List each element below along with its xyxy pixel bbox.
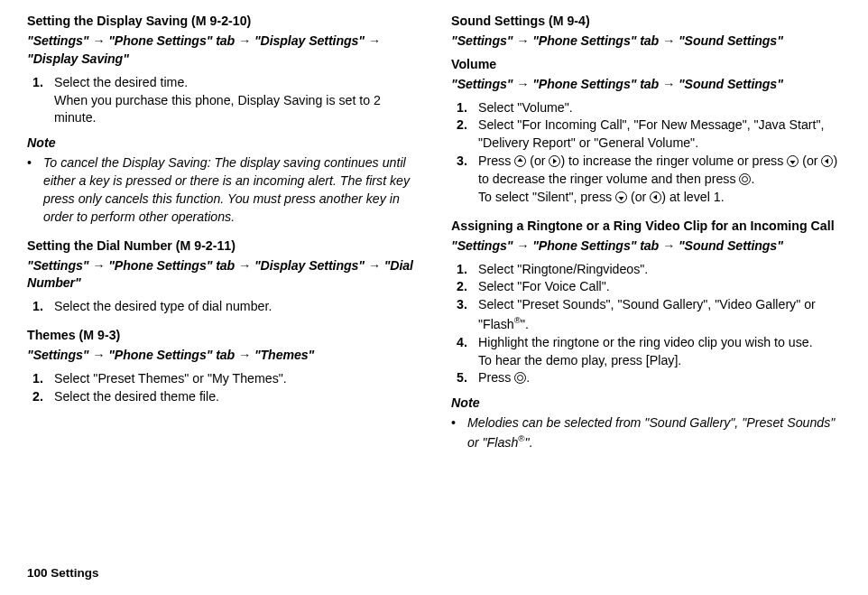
path-volume: "Settings" → "Phone Settings" tab → "Sou…: [451, 76, 841, 94]
heading-display-saving: Setting the Display Saving (M 9-2-10): [27, 13, 417, 31]
step-row: 1. Select "Ringtone/Ringvideos".: [451, 261, 841, 279]
step-number: 3.: [457, 296, 478, 333]
step-text: Highlight the ringtone or the ring video…: [478, 334, 841, 352]
step-number: 1.: [32, 298, 54, 316]
svg-point-5: [743, 177, 748, 182]
left-arrow-icon: [821, 155, 833, 167]
section-dial-number: Setting the Dial Number (M 9-2-11) "Sett…: [27, 237, 417, 317]
step-row: 1. Select "Preset Themes" or "My Themes"…: [27, 370, 417, 388]
bullet-icon: •: [451, 414, 467, 451]
center-button-icon: [739, 173, 751, 185]
step-row: 1. Select "Volume".: [451, 99, 841, 117]
t: To select "Silent", press: [478, 190, 615, 204]
step-body: Select the desired theme file.: [54, 388, 417, 406]
heading-dial-number: Setting the Dial Number (M 9-2-11): [27, 237, 417, 256]
page-footer: 100 Settings: [27, 565, 99, 582]
step-body: Select the desired time. When you purcha…: [54, 74, 417, 128]
t: ) to increase the ringer volume or press: [560, 153, 787, 168]
subheading-volume: Volume: [451, 56, 841, 74]
step-number: 1.: [457, 99, 478, 117]
registered-icon: ®: [514, 315, 521, 325]
left-column: Setting the Display Saving (M 9-2-10) "S…: [27, 13, 417, 463]
heading-code: (M 9-4): [545, 14, 590, 28]
path-display-saving: "Settings" → "Phone Settings" tab → "Dis…: [27, 33, 417, 69]
path-ringtone: "Settings" → "Phone Settings" tab → "Sou…: [451, 237, 841, 256]
step-row: 1. Select the desired time. When you pur…: [27, 74, 417, 128]
heading-code: (M 9-2-10): [188, 14, 251, 28]
step-body: Select "Preset Themes" or "My Themes".: [54, 370, 417, 388]
step-row: 5. Press .: [451, 369, 841, 387]
t: (or: [799, 153, 821, 168]
step-row: 3. Press (or ) to increase the ringer vo…: [451, 153, 841, 207]
heading-text: Setting the Display Saving: [27, 14, 188, 28]
down-arrow-icon: [787, 155, 799, 167]
step-number: 3.: [457, 153, 478, 207]
t: .: [526, 370, 530, 385]
t: Press: [478, 153, 514, 168]
note-label: Note: [27, 135, 417, 153]
note-text: Melodies can be selected from "Sound Gal…: [467, 414, 841, 451]
right-arrow-icon: [549, 155, 560, 167]
note-text: To cancel the Display Saving: The displa…: [43, 154, 417, 227]
heading-text: Setting the Dial Number: [27, 238, 172, 253]
registered-icon: ®: [518, 433, 524, 443]
step-number: 2.: [32, 388, 54, 406]
t: (or: [526, 153, 549, 168]
t: ".: [521, 317, 529, 331]
up-arrow-icon: [514, 155, 526, 167]
step-number: 1.: [32, 370, 54, 388]
note-label: Note: [451, 395, 841, 413]
step-body: Select "Ringtone/Ringvideos".: [478, 261, 841, 279]
note-item: • Melodies can be selected from "Sound G…: [451, 414, 841, 451]
left-arrow-icon: [650, 191, 661, 203]
center-button-icon: [514, 372, 526, 384]
page-columns: Setting the Display Saving (M 9-2-10) "S…: [27, 13, 841, 463]
down-arrow-icon: [615, 191, 627, 203]
bullet-icon: •: [27, 154, 43, 227]
step-aux: When you purchase this phone, Display Sa…: [54, 92, 417, 128]
t: Press: [478, 370, 514, 385]
step-row: 2. Select "For Voice Call".: [451, 278, 841, 296]
step-body: Press .: [478, 369, 841, 387]
heading-sound-settings: Sound Settings (M 9-4): [451, 13, 841, 31]
step-body: Select "Preset Sounds", "Sound Gallery",…: [478, 296, 841, 333]
svg-point-4: [740, 174, 751, 185]
section-ringtone: Assigning a Ringtone or a Ring Video Cli…: [451, 218, 841, 452]
path-themes: "Settings" → "Phone Settings" tab → "The…: [27, 347, 417, 365]
step-body: Select the desired type of dial number.: [54, 298, 417, 316]
t: Select "Preset Sounds", "Sound Gallery",…: [478, 297, 816, 331]
step-body: Highlight the ringtone or the ring video…: [478, 334, 841, 370]
svg-point-9: [518, 376, 523, 381]
section-sound-settings: Sound Settings (M 9-4) "Settings" → "Pho…: [451, 13, 841, 51]
t: ) at level 1.: [661, 190, 724, 204]
step-number: 2.: [457, 278, 478, 296]
step-number: 1.: [457, 261, 478, 279]
heading-text: Sound Settings: [451, 14, 545, 28]
section-display-saving: Setting the Display Saving (M 9-2-10) "S…: [27, 13, 417, 227]
step-row: 4. Highlight the ringtone or the ring vi…: [451, 334, 841, 370]
step-number: 2.: [457, 116, 478, 153]
step-number: 1.: [32, 74, 54, 128]
step-row: 3. Select "Preset Sounds", "Sound Galler…: [451, 296, 841, 333]
step-aux: To hear the demo play, press [Play].: [478, 352, 841, 370]
t: (or: [627, 190, 650, 204]
step-row: 2. Select "For Incoming Call", "For New …: [451, 116, 841, 153]
right-column: Sound Settings (M 9-4) "Settings" → "Pho…: [451, 13, 841, 463]
step-row: 2. Select the desired theme file.: [27, 388, 417, 406]
section-volume: Volume "Settings" → "Phone Settings" tab…: [451, 56, 841, 207]
path-sound-settings: "Settings" → "Phone Settings" tab → "Sou…: [451, 33, 841, 51]
step-body: Select "Volume".: [478, 99, 841, 117]
heading-themes: Themes (M 9-3): [27, 327, 417, 345]
step-body: Press (or ) to increase the ringer volum…: [478, 153, 841, 207]
section-themes: Themes (M 9-3) "Settings" → "Phone Setti…: [27, 327, 417, 406]
step-text: Select the desired time.: [54, 74, 417, 92]
svg-point-8: [515, 373, 526, 384]
step-aux: To select "Silent", press (or ) at level…: [478, 189, 841, 207]
path-dial-number: "Settings" → "Phone Settings" tab → "Dis…: [27, 257, 417, 293]
step-number: 5.: [457, 369, 478, 387]
heading-code: (M 9-3): [76, 328, 121, 342]
step-number: 4.: [457, 334, 478, 370]
subheading-ringtone: Assigning a Ringtone or a Ring Video Cli…: [451, 218, 841, 236]
t: ".: [525, 435, 533, 450]
step-row: 1. Select the desired type of dial numbe…: [27, 298, 417, 316]
